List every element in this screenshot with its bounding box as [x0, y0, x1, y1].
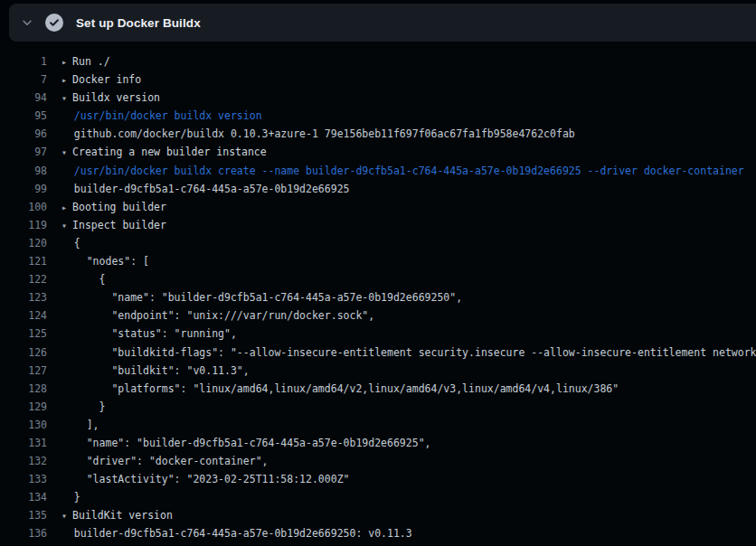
line-number[interactable]: 7	[0, 71, 47, 89]
line-number[interactable]: 122	[0, 270, 47, 288]
log-text: "platforms": "linux/amd64,linux/amd64/v2…	[61, 380, 756, 398]
line-number[interactable]: 127	[0, 362, 47, 380]
line-number[interactable]: 121	[0, 252, 47, 270]
group-toggle-icon[interactable]: ▾	[61, 221, 72, 231]
log-line: 95 /usr/bin/docker buildx version	[0, 107, 756, 125]
line-number[interactable]: 129	[0, 398, 47, 416]
log-line[interactable]: 135 ▾ BuildKit version	[0, 506, 756, 524]
line-number[interactable]: 124	[0, 306, 47, 325]
log-lines: 1 ▸ Run ./ 7 ▸ Docker info 94 ▾ Buildx v…	[0, 52, 756, 543]
log-line: 134 }	[0, 488, 756, 506]
log-line: 133 "lastActivity": "2023-02-25T11:58:12…	[0, 470, 756, 488]
line-number[interactable]: 123	[0, 288, 47, 306]
log-line[interactable]: 1 ▸ Run ./	[0, 52, 756, 71]
log-line: 123 "name": "builder-d9cfb5a1-c764-445a-…	[0, 288, 756, 306]
log-text: builder-d9cfb5a1-c764-445a-a57e-0b19d2e6…	[61, 524, 756, 542]
log-text: ],	[61, 416, 756, 434]
group-toggle-icon[interactable]: ▸	[61, 202, 72, 212]
log-text: ▾ Creating a new builder instance	[61, 143, 756, 161]
log-text: }	[61, 398, 756, 416]
log-text: "name": "builder-d9cfb5a1-c764-445a-a57e…	[61, 288, 756, 306]
line-number[interactable]: 134	[0, 488, 47, 506]
group-toggle-icon[interactable]: ▸	[61, 57, 72, 67]
log-text: "endpoint": "unix:///var/run/docker.sock…	[61, 306, 756, 325]
line-number[interactable]: 125	[0, 325, 47, 343]
log-text: {	[61, 234, 756, 252]
step-title: Set up Docker Buildx	[76, 16, 201, 30]
line-number[interactable]: 135	[0, 506, 47, 524]
log-text: ▾ Inspect builder	[61, 216, 756, 234]
log-line: 96 github.com/docker/buildx 0.10.3+azure…	[0, 125, 756, 143]
log-line: 122 {	[0, 270, 756, 288]
log-line[interactable]: 100 ▸ Booting builder	[0, 198, 756, 216]
log-text: ▾ BuildKit version	[61, 506, 756, 524]
step-header[interactable]: Set up Docker Buildx	[9, 4, 756, 42]
log-area: 1 ▸ Run ./ 7 ▸ Docker info 94 ▾ Buildx v…	[0, 42, 756, 546]
line-number[interactable]: 99	[0, 180, 47, 198]
log-text: ▾ Buildx version	[61, 89, 756, 107]
line-number[interactable]: 133	[0, 470, 47, 488]
log-line: 131 "name": "builder-d9cfb5a1-c764-445a-…	[0, 434, 756, 452]
line-number[interactable]: 1	[0, 52, 47, 71]
log-line: 132 "driver": "docker-container",	[0, 452, 756, 470]
log-text: ▸ Run ./	[61, 52, 756, 71]
line-number[interactable]: 120	[0, 234, 47, 252]
log-text: "lastActivity": "2023-02-25T11:58:12.000…	[61, 470, 756, 488]
log-text: /usr/bin/docker buildx create --name bui…	[61, 162, 756, 180]
log-text: "name": "builder-d9cfb5a1-c764-445a-a57e…	[61, 434, 756, 452]
log-line: 120 {	[0, 234, 756, 252]
line-number[interactable]: 95	[0, 107, 47, 125]
log-line: 98 /usr/bin/docker buildx create --name …	[0, 162, 756, 180]
log-text: {	[61, 270, 756, 288]
line-number[interactable]: 130	[0, 416, 47, 434]
line-number[interactable]: 97	[0, 143, 47, 161]
log-line: 129 }	[0, 398, 756, 416]
log-line: 125 "status": "running",	[0, 325, 756, 343]
log-line[interactable]: 94 ▾ Buildx version	[0, 89, 756, 107]
log-text: "nodes": [	[61, 252, 756, 270]
log-text: "buildkitd-flags": "--allow-insecure-ent…	[61, 344, 756, 362]
log-line[interactable]: 119 ▾ Inspect builder	[0, 216, 756, 234]
chevron-down-icon[interactable]	[20, 15, 34, 30]
group-toggle-icon[interactable]: ▾	[61, 147, 72, 157]
line-number[interactable]: 128	[0, 380, 47, 398]
log-text: /usr/bin/docker buildx version	[61, 107, 756, 125]
group-toggle-icon[interactable]: ▾	[61, 511, 72, 521]
line-number[interactable]: 94	[0, 89, 47, 107]
group-toggle-icon[interactable]: ▸	[61, 75, 72, 85]
log-text: ▸ Booting builder	[61, 198, 756, 216]
log-line: 128 "platforms": "linux/amd64,linux/amd6…	[0, 380, 756, 398]
log-line: 124 "endpoint": "unix:///var/run/docker.…	[0, 306, 756, 325]
line-number[interactable]: 100	[0, 198, 47, 216]
line-number[interactable]: 96	[0, 125, 47, 143]
line-number[interactable]: 131	[0, 434, 47, 452]
log-line: 136 builder-d9cfb5a1-c764-445a-a57e-0b19…	[0, 524, 756, 542]
log-text: "driver": "docker-container",	[61, 452, 756, 470]
check-circle-icon	[45, 14, 63, 32]
log-line: 121 "nodes": [	[0, 252, 756, 270]
log-text: }	[61, 488, 756, 506]
log-line[interactable]: 7 ▸ Docker info	[0, 71, 756, 89]
line-number[interactable]: 98	[0, 162, 47, 180]
log-line: 126 "buildkitd-flags": "--allow-insecure…	[0, 344, 756, 362]
log-text: builder-d9cfb5a1-c764-445a-a57e-0b19d2e6…	[61, 180, 756, 198]
log-line: 130 ],	[0, 416, 756, 434]
log-text: "status": "running",	[61, 325, 756, 343]
line-number[interactable]: 126	[0, 344, 47, 362]
log-text: ▸ Docker info	[61, 71, 756, 89]
log-line: 99 builder-d9cfb5a1-c764-445a-a57e-0b19d…	[0, 180, 756, 198]
log-line: 127 "buildkit": "v0.11.3",	[0, 362, 756, 380]
log-text: "buildkit": "v0.11.3",	[61, 362, 756, 380]
line-number[interactable]: 136	[0, 524, 47, 542]
line-number[interactable]: 132	[0, 452, 47, 470]
log-text: github.com/docker/buildx 0.10.3+azure-1 …	[61, 125, 756, 143]
line-number[interactable]: 119	[0, 216, 47, 234]
log-line[interactable]: 97 ▾ Creating a new builder instance	[0, 143, 756, 161]
group-toggle-icon[interactable]: ▾	[61, 93, 72, 103]
